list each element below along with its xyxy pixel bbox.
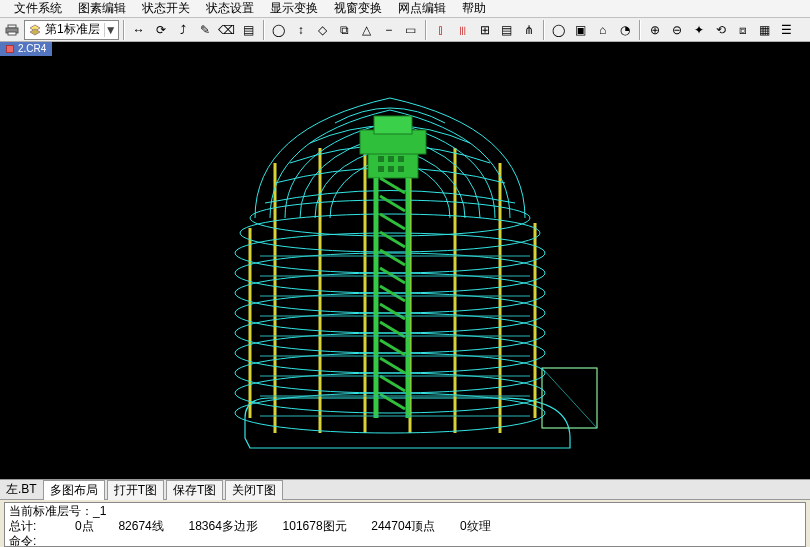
- menu-display[interactable]: 显示变换: [262, 0, 326, 18]
- status-points: 0点: [75, 519, 94, 533]
- toolbar: 第1标准层 ▼ ↔ ⟳ ⤴ ✎ ⌫ ▤ ◯ ↕ ◇ ⧉ △ − ▭ ⫿ ⫼ ⊞ …: [0, 18, 810, 42]
- status-polygons: 18364多边形: [188, 519, 257, 533]
- status-current-layer: 当前标准层号：_1: [9, 504, 801, 519]
- column-icon[interactable]: ⫿: [431, 20, 451, 40]
- svg-point-26: [250, 200, 530, 236]
- svg-rect-2: [8, 32, 16, 35]
- wall-icon[interactable]: ▤: [497, 20, 517, 40]
- triangle-icon[interactable]: △: [357, 20, 377, 40]
- model-canvas[interactable]: [0, 56, 810, 479]
- viewport-title: 2.CR4: [18, 42, 46, 56]
- menu-grid[interactable]: 网点编辑: [390, 0, 454, 18]
- status-lines: 82674线: [118, 519, 163, 533]
- menu-file[interactable]: 文件系统: [6, 0, 70, 18]
- toolbar-separator: [425, 20, 427, 40]
- status-layer-value: _1: [93, 504, 106, 518]
- command-prompt[interactable]: 命令:: [9, 534, 801, 547]
- svg-rect-32: [398, 156, 404, 162]
- list-icon[interactable]: ☰: [777, 20, 797, 40]
- brace-icon[interactable]: ⋔: [519, 20, 539, 40]
- toolbar-separator: [543, 20, 545, 40]
- home-icon[interactable]: ⌂: [593, 20, 613, 40]
- zoom-in-icon[interactable]: ⊕: [645, 20, 665, 40]
- erase-icon[interactable]: ⌫: [217, 20, 237, 40]
- svg-rect-33: [378, 166, 384, 172]
- toolbar-separator: [639, 20, 641, 40]
- toolbar-separator: [123, 20, 125, 40]
- chevron-down-icon[interactable]: ▼: [104, 23, 116, 37]
- print-button[interactable]: [2, 20, 22, 40]
- status-vertices: 244704顶点: [371, 519, 435, 533]
- layout-tabs-row: 左.BT 多图布局 打开T图 保存T图 关闭T图: [0, 480, 810, 500]
- building-model: [190, 68, 620, 468]
- beam-icon[interactable]: ⫼: [453, 20, 473, 40]
- layer-combo-label: 第1标准层: [45, 21, 100, 38]
- pie-icon[interactable]: ◔: [615, 20, 635, 40]
- status-layer-label: 当前标准层号：: [9, 504, 93, 518]
- move-v-icon[interactable]: ↕: [291, 20, 311, 40]
- print-icon: [5, 23, 19, 37]
- edit-icon[interactable]: ✎: [195, 20, 215, 40]
- frame-icon[interactable]: ▣: [571, 20, 591, 40]
- menu-help[interactable]: 帮助: [454, 0, 494, 18]
- viewport-titlebar: 2.CR4: [0, 42, 52, 56]
- status-elements: 101678图元: [283, 519, 347, 533]
- copy-icon[interactable]: ⧉: [335, 20, 355, 40]
- svg-rect-34: [388, 166, 394, 172]
- tab-close-t[interactable]: 关闭T图: [225, 480, 282, 500]
- svg-rect-31: [388, 156, 394, 162]
- menu-view[interactable]: 视窗变换: [326, 0, 390, 18]
- status-panel: 当前标准层号：_1 总计: 0点 82674线 18364多边形 101678图…: [4, 502, 806, 547]
- menu-element[interactable]: 图素编辑: [70, 0, 134, 18]
- viewport-3d[interactable]: 2.CR4: [0, 42, 810, 480]
- status-total-label: 总计:: [9, 519, 36, 533]
- refresh-icon[interactable]: ⟲: [711, 20, 731, 40]
- pan-icon[interactable]: ↔: [129, 20, 149, 40]
- svg-marker-4: [30, 29, 40, 35]
- svg-line-44: [380, 322, 405, 337]
- select-box-icon[interactable]: ⧈: [733, 20, 753, 40]
- svg-rect-35: [398, 166, 404, 172]
- tab-save-t[interactable]: 保存T图: [166, 480, 223, 500]
- layer-combo[interactable]: 第1标准层 ▼: [24, 20, 119, 40]
- grid-icon[interactable]: ▤: [239, 20, 259, 40]
- menu-state-set[interactable]: 状态设置: [198, 0, 262, 18]
- menu-state-toggle[interactable]: 状态开关: [134, 0, 198, 18]
- zoom-fit-icon[interactable]: ✦: [689, 20, 709, 40]
- menu-bar: 文件系统 图素编辑 状态开关 状态设置 显示变换 视窗变换 网点编辑 帮助: [0, 0, 810, 18]
- svg-line-46: [380, 358, 405, 373]
- toolbar-separator: [263, 20, 265, 40]
- layer-icon: [29, 24, 41, 36]
- diamond-icon[interactable]: ◇: [313, 20, 333, 40]
- rotate-icon[interactable]: ⟳: [151, 20, 171, 40]
- left-panel-label: 左.BT: [0, 481, 43, 498]
- undo-icon[interactable]: ⤴: [173, 20, 193, 40]
- grid-view-icon[interactable]: ▦: [755, 20, 775, 40]
- status-textures: 0纹理: [460, 519, 491, 533]
- svg-line-38: [380, 214, 405, 229]
- rect-icon[interactable]: ▭: [401, 20, 421, 40]
- tab-open-t[interactable]: 打开T图: [107, 480, 164, 500]
- svg-rect-29: [374, 116, 412, 134]
- slab-icon[interactable]: ⊞: [475, 20, 495, 40]
- status-totals: 总计: 0点 82674线 18364多边形 101678图元 244704顶点…: [9, 519, 801, 534]
- command-label: 命令:: [9, 534, 36, 547]
- svg-rect-30: [378, 156, 384, 162]
- svg-line-7: [542, 368, 597, 428]
- svg-line-39: [380, 232, 405, 247]
- svg-line-47: [380, 376, 405, 391]
- svg-line-37: [380, 196, 405, 211]
- svg-line-43: [380, 304, 405, 319]
- tab-multi-layout[interactable]: 多图布局: [43, 480, 105, 500]
- close-icon[interactable]: [6, 45, 14, 53]
- line-icon[interactable]: −: [379, 20, 399, 40]
- zoom-out-icon[interactable]: ⊖: [667, 20, 687, 40]
- circle-icon[interactable]: ◯: [269, 20, 289, 40]
- target-icon[interactable]: ◯: [549, 20, 569, 40]
